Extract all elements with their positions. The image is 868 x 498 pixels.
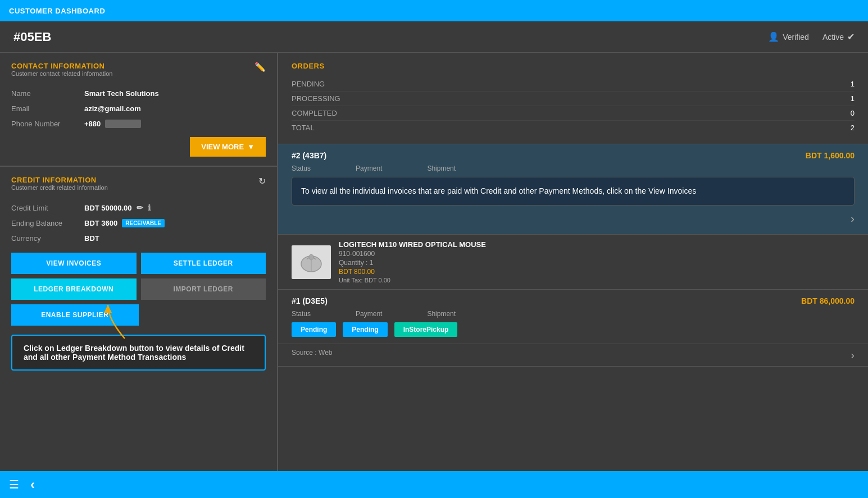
- name-label: Name: [11, 89, 84, 98]
- header-badges: 👤 Verified Active ✔: [768, 31, 855, 42]
- bottom-bar: ☰ ‹: [0, 471, 868, 498]
- order2-payment-col: Payment: [356, 310, 382, 318]
- pending-label: PENDING: [292, 80, 325, 88]
- completed-label: COMPLETED: [292, 109, 337, 117]
- email-row: Email aziz@gmail.com: [11, 101, 266, 116]
- credit-section: CREDIT INFORMATION Customer credit relat…: [0, 167, 277, 471]
- contact-header: CONTACT INFORMATION Customer contact rel…: [11, 62, 266, 84]
- order1-header: #2 (43B7) BDT 1,600.00: [292, 151, 855, 160]
- total-value: 2: [851, 124, 855, 132]
- order1-expand-icon[interactable]: ›: [851, 212, 855, 225]
- order1-shipment-col: Shipment: [427, 165, 456, 172]
- import-ledger-button[interactable]: IMPORT LEDGER: [141, 278, 266, 300]
- product-row: LOGITECH M110 WIRED OPTICAL MOUSE 910-00…: [278, 235, 868, 290]
- ending-balance-row: Ending Balance BDT 3600 RECEIVABLE: [11, 216, 266, 231]
- customer-id: #05EB: [13, 30, 51, 44]
- credit-header: CREDIT INFORMATION Customer credit relat…: [11, 176, 266, 198]
- ledger-breakdown-button[interactable]: LEDGER BREAKDOWN: [11, 278, 137, 300]
- order2-expand-icon[interactable]: ›: [851, 349, 855, 362]
- enable-supplier-wrapper: ENABLE SUPPLIER: [11, 304, 266, 326]
- total-label: TOTAL: [292, 124, 315, 132]
- receivable-badge: RECEIVABLE: [122, 219, 165, 227]
- source-text: Source : Web: [292, 349, 332, 362]
- contact-title: CONTACT INFORMATION: [11, 62, 112, 70]
- currency-value: BDT: [84, 234, 99, 243]
- view-more-button[interactable]: VIEW MORE ▼: [190, 137, 266, 157]
- product-name: LOGITECH M110 WIRED OPTICAL MOUSE: [339, 240, 855, 249]
- top-bar: CUSTOMER DASHBOARD: [0, 0, 868, 21]
- verified-icon: 👤: [768, 31, 779, 42]
- phone-row: Phone Number +880: [11, 116, 266, 131]
- order2-status-badge: Pending: [292, 322, 336, 337]
- edit-limit-icon[interactable]: ✏: [137, 203, 143, 212]
- completed-row: COMPLETED 0: [292, 106, 855, 121]
- orders-title: ORDERS: [292, 62, 855, 70]
- credit-title-group: CREDIT INFORMATION Customer credit relat…: [11, 176, 108, 198]
- main-content: CONTACT INFORMATION Customer contact rel…: [0, 53, 868, 471]
- verified-label: Verified: [783, 33, 809, 42]
- order1-status-col: Status: [292, 165, 311, 172]
- order2-header: #1 (D3E5) BDT 86,000.00: [292, 296, 855, 305]
- credit-title: CREDIT INFORMATION: [11, 176, 108, 184]
- order2-payment-badge: Pending: [343, 322, 387, 337]
- processing-row: PROCESSING 1: [292, 92, 855, 106]
- refresh-credit-icon[interactable]: ↻: [258, 176, 266, 186]
- ending-balance-value: BDT 3600 RECEIVABLE: [84, 219, 165, 227]
- right-panel: ORDERS PENDING 1 PROCESSING 1 COMPLETED …: [278, 53, 868, 471]
- menu-button[interactable]: ☰: [9, 478, 19, 491]
- view-invoices-button[interactable]: VIEW INVOICES: [11, 253, 137, 274]
- app-title: CUSTOMER DASHBOARD: [9, 7, 105, 15]
- order2-shipment-col: Shipment: [427, 310, 456, 318]
- credit-subtitle: Customer credit related information: [11, 184, 108, 191]
- order2-amount: BDT 86,000.00: [801, 296, 855, 305]
- dropdown-icon: ▼: [247, 143, 255, 151]
- contact-title-group: CONTACT INFORMATION Customer contact rel…: [11, 62, 112, 84]
- back-button[interactable]: ‹: [30, 477, 35, 492]
- product-price: BDT 800.00: [339, 268, 855, 276]
- ending-balance-label: Ending Balance: [11, 219, 84, 227]
- currency-label: Currency: [11, 234, 84, 243]
- active-badge: Active ✔: [822, 31, 855, 42]
- order2-status-badges: Pending Pending InStorePickup: [292, 322, 855, 337]
- credit-limit-label: Credit Limit: [11, 204, 84, 212]
- processing-label: PROCESSING: [292, 94, 340, 103]
- processing-value: 1: [851, 94, 855, 103]
- product-tax: Unit Tax: BDT 0.00: [339, 277, 855, 284]
- check-icon: ✔: [847, 31, 855, 42]
- svg-point-3: [309, 254, 313, 260]
- clearfix: VIEW MORE ▼: [11, 131, 266, 157]
- edit-contact-icon[interactable]: ✏️: [255, 62, 266, 72]
- credit-buttons: VIEW INVOICES SETTLE LEDGER LEDGER BREAK…: [11, 253, 266, 300]
- pending-row: PENDING 1: [292, 77, 855, 92]
- left-panel: CONTACT INFORMATION Customer contact rel…: [0, 53, 278, 471]
- phone-value: +880: [84, 120, 141, 128]
- credit-limit-row: Credit Limit BDT 50000.00 ✏ ℹ: [11, 200, 266, 216]
- order-card-2: #1 (D3E5) BDT 86,000.00 Status Payment S…: [278, 290, 868, 344]
- contact-section: CONTACT INFORMATION Customer contact rel…: [0, 53, 277, 167]
- order2-status-col: Status: [292, 310, 311, 318]
- info-limit-icon[interactable]: ℹ: [148, 203, 151, 212]
- product-image: [292, 245, 331, 279]
- pending-value: 1: [851, 80, 855, 88]
- name-row: Name Smart Tech Solutions: [11, 86, 266, 101]
- order2-id: #1 (D3E5): [292, 296, 328, 305]
- name-value: Smart Tech Solutions: [84, 89, 159, 98]
- page-header: #05EB 👤 Verified Active ✔: [0, 21, 868, 53]
- enable-supplier-button[interactable]: ENABLE SUPPLIER: [11, 304, 139, 326]
- settle-ledger-button[interactable]: SETTLE LEDGER: [141, 253, 266, 274]
- order1-chevron-wrapper: ›: [292, 210, 855, 227]
- order1-amount: BDT 1,600.00: [806, 151, 855, 160]
- verified-badge: 👤 Verified: [768, 31, 809, 42]
- order1-id: #2 (43B7): [292, 151, 326, 160]
- product-details: LOGITECH M110 WIRED OPTICAL MOUSE 910-00…: [339, 240, 855, 284]
- order1-cols: Status Payment Shipment: [292, 165, 855, 172]
- product-quantity: Quantity : 1: [339, 259, 855, 267]
- source-row: Source : Web ›: [278, 344, 868, 367]
- completed-value: 0: [851, 109, 855, 117]
- email-label: Email: [11, 104, 84, 113]
- invoice-tooltip: To view all the individual invoices that…: [292, 177, 855, 205]
- phone-blurred: [105, 120, 141, 128]
- ledger-tooltip: Click on Ledger Breakdown button to view…: [11, 335, 266, 371]
- total-row: TOTAL 2: [292, 121, 855, 135]
- active-label: Active: [822, 33, 844, 42]
